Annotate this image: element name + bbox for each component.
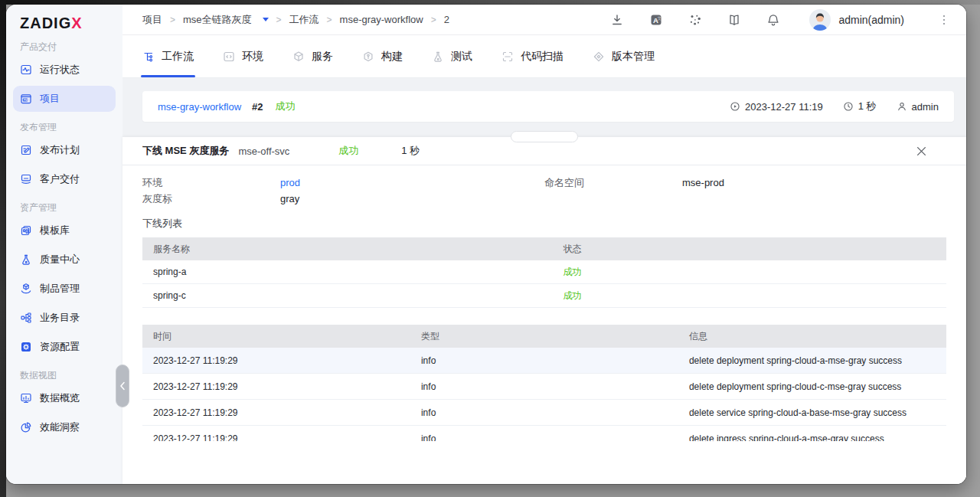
sidebar-item-label: 效能洞察 bbox=[40, 420, 80, 434]
quality-icon bbox=[20, 253, 32, 266]
topbar: 项目 > mse全链路灰度 > 工作流 > mse-gray-workflow … bbox=[122, 5, 966, 35]
offline-services-table: 服务名称 状态 spring-a 成功 spring-c 成功 bbox=[142, 237, 946, 308]
sidebar-item-release-plan[interactable]: 发布计划 bbox=[13, 137, 116, 163]
tab-builds[interactable]: 构建 bbox=[362, 35, 403, 77]
service-cube-icon bbox=[292, 51, 305, 63]
sidebar-item-label: 运行状态 bbox=[40, 63, 80, 77]
download-icon bbox=[610, 13, 624, 27]
log-message-cell: delete deployment spring-cloud-a-mse-gra… bbox=[678, 355, 946, 366]
run-summary-card: mse-gray-workflow #2 成功 2023-12-27 11:19… bbox=[142, 91, 954, 122]
run-workflow-link[interactable]: mse-gray-workflow bbox=[158, 101, 241, 113]
ai-dots-icon bbox=[688, 13, 702, 27]
sidebar-item-efficiency-insight[interactable]: 效能洞察 bbox=[13, 414, 116, 440]
tab-services[interactable]: 服务 bbox=[292, 35, 333, 77]
tab-environments[interactable]: 环境 bbox=[223, 35, 263, 77]
column-time: 时间 bbox=[142, 330, 410, 343]
close-panel-button[interactable] bbox=[916, 146, 926, 156]
sidebar-item-template-library[interactable]: 模板库 bbox=[13, 217, 116, 244]
env-link[interactable]: prod bbox=[280, 175, 300, 191]
content-area: mse-gray-workflow #2 成功 2023-12-27 11:19… bbox=[122, 78, 966, 484]
notifications-button[interactable] bbox=[766, 13, 780, 27]
tab-code-scan[interactable]: 代码扫描 bbox=[501, 35, 564, 77]
column-service-name: 服务名称 bbox=[142, 243, 553, 256]
sidebar-section-release-mgmt: 发布管理 bbox=[20, 121, 109, 134]
sidebar-item-run-status[interactable]: 运行状态 bbox=[13, 57, 116, 83]
book-icon bbox=[727, 13, 741, 27]
tab-label: 测试 bbox=[451, 50, 472, 64]
log-message-cell: delete deployment spring-cloud-c-mse-gra… bbox=[678, 381, 946, 392]
job-duration: 1 秒 bbox=[401, 144, 420, 158]
log-row: 2023-12-27 11:19:29 info delete deployme… bbox=[142, 374, 946, 400]
sidebar-item-label: 业务目录 bbox=[40, 311, 80, 325]
table-header-row: 时间 类型 信息 bbox=[142, 325, 946, 348]
log-type-cell: info bbox=[410, 407, 678, 418]
field-value: mse-prod bbox=[682, 175, 724, 191]
table-row: spring-a 成功 bbox=[142, 260, 946, 284]
log-time-cell: 2023-12-27 11:19:29 bbox=[142, 355, 410, 366]
service-name-cell: spring-a bbox=[142, 266, 553, 277]
breadcrumb-workflows[interactable]: 工作流 bbox=[289, 13, 319, 27]
breadcrumb-project-name[interactable]: mse全链路灰度 bbox=[183, 13, 252, 27]
tab-tests[interactable]: 测试 bbox=[432, 35, 472, 77]
column-message: 信息 bbox=[678, 330, 946, 343]
run-executor: admin bbox=[897, 101, 939, 113]
sidebar-item-quality-center[interactable]: 质量中心 bbox=[13, 247, 116, 273]
log-type-cell: info bbox=[410, 433, 678, 442]
breadcrumb-workflow-name[interactable]: mse-gray-workflow bbox=[340, 14, 423, 25]
service-status-cell: 成功 bbox=[553, 289, 947, 302]
artifact-icon bbox=[20, 283, 32, 295]
field-label: 环境 bbox=[142, 175, 280, 191]
template-icon bbox=[20, 224, 32, 237]
job-title: 下线 MSE 灰度服务 bbox=[142, 144, 229, 158]
tab-label: 构建 bbox=[381, 50, 403, 64]
tab-label: 版本管理 bbox=[612, 50, 655, 64]
sidebar-item-data-overview[interactable]: 数据概览 bbox=[13, 385, 116, 411]
user-name: admin(admin) bbox=[838, 14, 904, 26]
language-icon: A文 bbox=[649, 13, 663, 27]
job-detail-panel: 下线 MSE 灰度服务 mse-off-svc 成功 1 秒 环境 prod bbox=[122, 137, 966, 484]
screen-background: ZADIGX 产品交付 运行状态 PM 项目 发布管理 发布计划 客户交付 资产… bbox=[0, 0, 980, 497]
sidebar-item-customer-delivery[interactable]: 客户交付 bbox=[13, 166, 116, 192]
breadcrumb-separator: > bbox=[327, 15, 332, 25]
sidebar-collapse-handle[interactable] bbox=[116, 365, 129, 407]
screen-edge-left bbox=[0, 0, 6, 497]
app-window: ZADIGX 产品交付 运行状态 PM 项目 发布管理 发布计划 客户交付 资产… bbox=[6, 5, 966, 484]
log-type-cell: info bbox=[410, 381, 678, 392]
sidebar-item-resource-config[interactable]: 资源配置 bbox=[13, 334, 116, 360]
svg-text:PM: PM bbox=[24, 99, 28, 102]
workflow-icon bbox=[142, 51, 155, 63]
release-plan-icon bbox=[20, 144, 32, 156]
tab-workflows[interactable]: 工作流 bbox=[142, 35, 194, 77]
download-button[interactable] bbox=[610, 13, 624, 27]
run-status: 成功 bbox=[276, 100, 296, 113]
language-button[interactable]: A文 bbox=[649, 13, 663, 27]
job-log-table: 时间 类型 信息 2023-12-27 11:19:29 info delete… bbox=[142, 325, 946, 441]
ai-assistant-button[interactable] bbox=[688, 13, 702, 27]
docs-button[interactable] bbox=[727, 13, 741, 27]
sidebar-item-projects[interactable]: PM 项目 bbox=[13, 86, 116, 112]
customer-delivery-icon bbox=[20, 173, 32, 185]
build-icon bbox=[362, 51, 374, 63]
logo-accent: X bbox=[71, 15, 82, 31]
field-label: 灰度标 bbox=[142, 191, 280, 207]
table-row: spring-c 成功 bbox=[142, 284, 946, 308]
breadcrumb-run-number: 2 bbox=[444, 14, 449, 25]
clock-icon bbox=[843, 101, 854, 112]
sidebar-item-business-catalog[interactable]: 业务目录 bbox=[13, 305, 116, 331]
sidebar-item-artifact-mgmt[interactable]: 制品管理 bbox=[13, 276, 116, 302]
sidebar: ZADIGX 产品交付 运行状态 PM 项目 发布管理 发布计划 客户交付 资产… bbox=[6, 5, 122, 484]
tab-version-mgmt[interactable]: 版本管理 bbox=[593, 35, 655, 77]
run-number: #2 bbox=[252, 101, 263, 113]
breadcrumb-projects[interactable]: 项目 bbox=[142, 13, 162, 27]
field-label: 命名空间 bbox=[544, 175, 682, 191]
sidebar-item-label: 发布计划 bbox=[40, 143, 80, 157]
panel-drag-handle[interactable] bbox=[511, 131, 578, 142]
column-status: 状态 bbox=[553, 243, 947, 256]
code-scan-icon bbox=[501, 51, 514, 63]
user-menu[interactable]: admin(admin) bbox=[809, 9, 904, 31]
tab-label: 服务 bbox=[312, 50, 333, 64]
sidebar-item-label: 模板库 bbox=[40, 224, 70, 237]
more-menu-button[interactable] bbox=[937, 13, 951, 27]
chevron-down-icon[interactable] bbox=[263, 18, 269, 21]
log-row: 2023-12-27 11:19:29 info delete ingress … bbox=[142, 426, 946, 441]
